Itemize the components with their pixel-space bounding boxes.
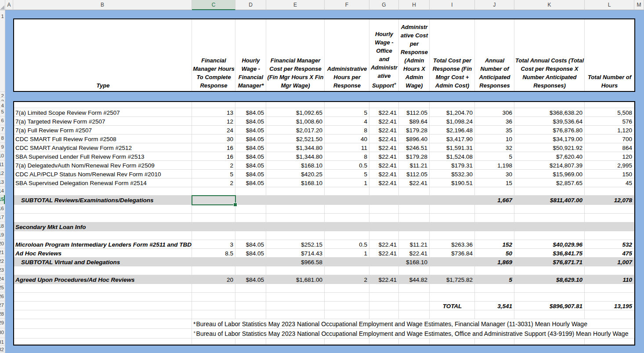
cell[interactable]: $168.10 — [266, 178, 325, 187]
row-header-2[interactable]: 2 — [0, 92, 5, 98]
cell[interactable] — [430, 196, 475, 205]
cell[interactable] — [266, 231, 325, 240]
cell[interactable]: $263.36 — [430, 240, 475, 249]
cell[interactable]: 12 — [192, 117, 235, 126]
cell[interactable] — [430, 338, 475, 345]
cell[interactable] — [266, 102, 325, 108]
cell[interactable]: 40 — [325, 135, 369, 143]
cell[interactable] — [585, 284, 634, 293]
cell[interactable]: 5 — [325, 108, 369, 117]
cell[interactable] — [235, 302, 266, 310]
cell[interactable] — [192, 338, 235, 345]
cell[interactable] — [475, 214, 514, 222]
header-cell-f[interactable]: Administrative Hours per Response — [325, 19, 369, 91]
row-label-cell[interactable]: Ad Hoc Reviews — [14, 249, 192, 258]
cell[interactable]: $179.31 — [430, 161, 475, 170]
cell[interactable]: $84.05 — [235, 143, 266, 152]
cell[interactable]: $11.21 — [399, 240, 430, 249]
cell[interactable] — [475, 231, 514, 240]
cell[interactable] — [399, 214, 430, 222]
row-header-22[interactable]: 22 — [0, 257, 5, 266]
cell[interactable]: $190.51 — [430, 178, 475, 187]
cell[interactable] — [475, 338, 514, 345]
cell[interactable] — [14, 310, 192, 319]
footnote-cell[interactable]: *Bureau of Labor Statistics May 2023 Nat… — [192, 319, 634, 329]
cell[interactable] — [514, 214, 585, 222]
cell[interactable] — [235, 231, 266, 240]
cell[interactable]: 36 — [475, 117, 514, 126]
cell[interactable] — [514, 205, 585, 214]
cell[interactable]: $420.25 — [266, 170, 325, 178]
cell[interactable] — [430, 187, 475, 196]
cell[interactable] — [430, 266, 475, 275]
cell[interactable] — [514, 102, 585, 108]
cell[interactable]: 12,078 — [585, 196, 634, 205]
row-label-cell[interactable]: Secondary Mkt Loan Info — [14, 222, 192, 231]
cell[interactable] — [399, 302, 430, 310]
cell[interactable] — [325, 284, 369, 293]
header-cell-h[interactable]: Administrative Cost per Response (Admin … — [399, 19, 430, 91]
cell[interactable] — [266, 310, 325, 319]
cell[interactable]: $179.28 — [399, 152, 430, 161]
cell[interactable]: $11.21 — [399, 161, 430, 170]
cell[interactable] — [585, 310, 634, 319]
cell[interactable]: $7,620.40 — [514, 152, 585, 161]
cell[interactable] — [369, 266, 399, 275]
cell[interactable]: 5 — [475, 275, 514, 284]
row-label-cell[interactable]: SUBTOTAL Virtual and Delegations — [14, 258, 192, 266]
cell[interactable] — [514, 293, 585, 302]
row-label-cell[interactable]: SUBTOTAL Reviews/Examinations/Delegation… — [14, 196, 192, 205]
cell[interactable] — [325, 214, 369, 222]
cell[interactable] — [585, 102, 634, 108]
cell[interactable] — [192, 222, 235, 231]
cell[interactable] — [585, 293, 634, 302]
cell[interactable]: $1,008.60 — [266, 117, 325, 126]
cell[interactable]: $966.58 — [266, 258, 325, 266]
cell[interactable] — [14, 205, 192, 214]
cell[interactable]: 45 — [585, 178, 634, 187]
cell[interactable]: $84.05 — [235, 135, 266, 143]
row-label-cell[interactable]: CDC SMART Full Review Form #2508 — [14, 135, 192, 143]
cell[interactable]: 532 — [585, 240, 634, 249]
cell[interactable] — [325, 231, 369, 240]
cell[interactable]: $1,591.31 — [430, 143, 475, 152]
cell[interactable]: $1,681.00 — [266, 275, 325, 284]
cell[interactable]: 150 — [585, 170, 634, 178]
cell[interactable] — [266, 196, 325, 205]
header-cell-i[interactable]: Total Cost per Response (Fin Mngr Cost +… — [430, 19, 475, 91]
header-cell-c[interactable]: Financial Manager Hours To Complete Resp… — [192, 19, 235, 91]
cell[interactable] — [399, 266, 430, 275]
cell[interactable] — [325, 196, 369, 205]
cell[interactable] — [192, 214, 235, 222]
header-cell-d[interactable]: Hourly Wage - Financial Manager* — [235, 19, 266, 91]
cell[interactable]: 120 — [585, 152, 634, 161]
row-header-23[interactable]: 23 — [0, 266, 5, 275]
cell[interactable]: $736.84 — [430, 249, 475, 258]
cell[interactable] — [430, 214, 475, 222]
row-label-cell[interactable]: Agreed Upon Procedures/Ad Hoc Reviews — [14, 275, 192, 284]
cell[interactable] — [235, 205, 266, 214]
cell[interactable] — [192, 231, 235, 240]
header-cell-type[interactable]: Type — [14, 19, 192, 91]
cell[interactable] — [192, 302, 235, 310]
cell[interactable]: $44.82 — [399, 275, 430, 284]
cell[interactable] — [369, 258, 399, 266]
cell[interactable] — [235, 284, 266, 293]
cell[interactable] — [430, 293, 475, 302]
row-header-30[interactable]: 30 — [0, 328, 5, 338]
cell[interactable] — [325, 102, 369, 108]
cell[interactable] — [475, 293, 514, 302]
cell[interactable] — [266, 284, 325, 293]
cell[interactable] — [585, 205, 634, 214]
row-label-cell[interactable]: 7(a) DelegatedvAuth Nom/Renewal Rev Form… — [14, 161, 192, 170]
row-header-9[interactable]: 9 — [0, 143, 5, 152]
row-header-5[interactable]: 5 — [0, 108, 5, 116]
cell[interactable]: $22.41 — [369, 126, 399, 135]
cell[interactable] — [14, 187, 192, 196]
cell[interactable]: 20 — [192, 275, 235, 284]
row-header-4[interactable]: 4 — [0, 102, 5, 108]
cell[interactable]: 35 — [475, 126, 514, 135]
cell[interactable] — [235, 310, 266, 319]
row-header-3[interactable]: 3 — [0, 98, 5, 102]
cell[interactable] — [266, 302, 325, 310]
